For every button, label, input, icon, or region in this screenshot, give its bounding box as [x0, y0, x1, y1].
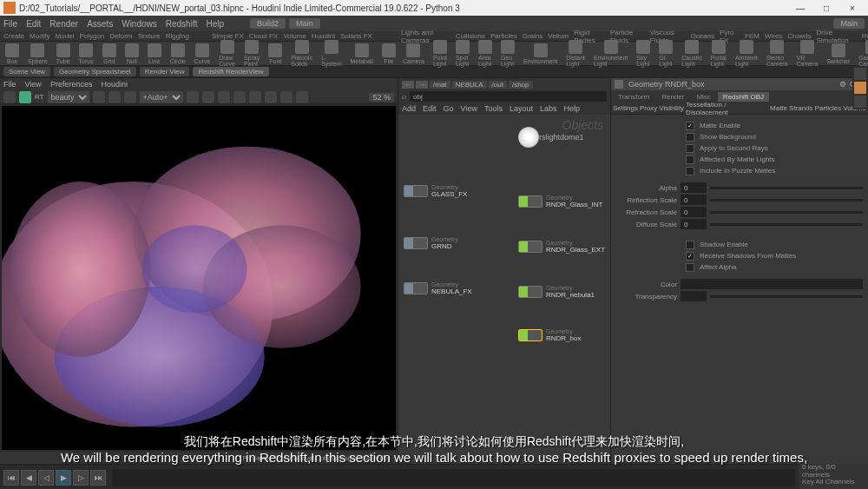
goto-end-button[interactable]: ⏭: [90, 470, 106, 486]
tool-font[interactable]: Font: [266, 43, 284, 64]
menu-windows[interactable]: Windows: [122, 19, 157, 29]
tool-l-system[interactable]: L-System: [319, 40, 343, 67]
tool-metaball[interactable]: Metaball: [348, 43, 374, 64]
param-value[interactable]: 0: [681, 207, 707, 217]
rv-icon[interactable]: [249, 91, 261, 103]
play-button[interactable]: ▶: [56, 470, 71, 486]
goto-start-button[interactable]: ⏮: [3, 470, 19, 486]
tool-box[interactable]: Box: [3, 43, 21, 64]
tool-camera[interactable]: Camera: [401, 43, 426, 64]
shelf-tab[interactable]: Wires: [765, 32, 782, 40]
tool-environment[interactable]: Environment: [522, 43, 559, 64]
param-tab[interactable]: Render: [656, 92, 689, 102]
tool-vr-camera[interactable]: VR Camera: [795, 40, 820, 67]
scene-tab-right[interactable]: Main: [833, 18, 865, 29]
rv-icon[interactable]: [187, 91, 199, 103]
gear-icon[interactable]: [615, 80, 623, 89]
render-viewport[interactable]: [2, 106, 396, 450]
tool-geo-light[interactable]: Geo Light: [499, 40, 516, 67]
checkbox[interactable]: [686, 263, 694, 272]
rv-menu-houdini[interactable]: Houdini: [101, 80, 128, 89]
param-value[interactable]: 0: [681, 182, 707, 193]
checkbox[interactable]: [686, 167, 694, 175]
tool-line[interactable]: Line: [146, 43, 163, 64]
scene-tab-main[interactable]: Main: [289, 18, 320, 29]
rv-icon[interactable]: [202, 91, 214, 103]
rv-icon[interactable]: [296, 91, 308, 103]
tab-geo-spread[interactable]: Geometry Spreadsheet: [54, 67, 136, 76]
color-field[interactable]: [681, 279, 863, 289]
tool-environment-light[interactable]: Environment Light: [592, 40, 629, 67]
param-value[interactable]: 0: [681, 219, 707, 229]
tab-render-view[interactable]: Render View: [140, 67, 190, 76]
tab-scene-view[interactable]: Scene View: [3, 67, 50, 76]
param-subtab[interactable]: Particles: [815, 104, 842, 112]
shelf-tab[interactable]: Houdini: [312, 32, 335, 40]
checkbox[interactable]: [686, 241, 694, 249]
shelf-tab[interactable]: Solaris FX: [340, 32, 372, 40]
tool-portal-light[interactable]: Portal Light: [709, 40, 728, 67]
checkbox[interactable]: [686, 144, 694, 153]
shelf-tab[interactable]: Volume: [283, 32, 306, 40]
tool-sphere[interactable]: Sphere: [26, 43, 49, 64]
render-refresh-icon[interactable]: [3, 91, 16, 103]
shelf-tab[interactable]: Drive Simulation: [816, 29, 856, 44]
zoom-level[interactable]: 52 %: [369, 93, 394, 102]
tool-point-light[interactable]: Point Light: [431, 40, 449, 67]
param-slider[interactable]: [710, 211, 863, 214]
shelf-tab[interactable]: Grains: [523, 32, 543, 40]
param-subtab[interactable]: Matte: [770, 104, 787, 112]
rv-menu-prefs[interactable]: Preferences: [50, 80, 93, 89]
maximize-button[interactable]: □: [814, 2, 838, 14]
net-menu-labs[interactable]: Labs: [540, 104, 557, 113]
tool-stereo-camera[interactable]: Stereo Camera: [765, 40, 790, 67]
trans-slider[interactable]: [710, 295, 863, 298]
menu-edit[interactable]: Edit: [26, 19, 41, 29]
param-slider[interactable]: [710, 223, 863, 226]
net-menu-help[interactable]: Help: [563, 104, 580, 113]
shelf-tab[interactable]: FEM: [745, 32, 760, 40]
checkbox[interactable]: [686, 122, 694, 130]
param-slider[interactable]: [710, 187, 863, 189]
node-nebula1[interactable]: GeometryRNDR_nebula1: [518, 285, 595, 299]
aov-select[interactable]: beauty: [48, 91, 89, 103]
tool-switcher[interactable]: Switcher: [825, 43, 852, 64]
scene-tab-build2[interactable]: Build2: [250, 18, 286, 29]
tool-gi-light[interactable]: GI Light: [657, 40, 674, 67]
shelf-tab[interactable]: Crowds: [787, 32, 811, 40]
shelf-tab[interactable]: Oceans: [691, 32, 715, 40]
side-icon[interactable]: [854, 96, 866, 108]
params-icon[interactable]: ⚙: [839, 80, 846, 89]
tool-torus[interactable]: Torus: [77, 43, 95, 64]
param-value[interactable]: 0: [681, 195, 707, 205]
node-nebula-fx[interactable]: GeometryNEBULA_FX: [404, 281, 472, 295]
node-glass-fx[interactable]: GeometryGLASS_FX: [404, 184, 467, 198]
tool-sky-light[interactable]: Sky Light: [635, 40, 652, 67]
shelf-tab[interactable]: Vellum: [548, 32, 569, 40]
menu-help[interactable]: Help: [206, 19, 224, 29]
shelf-tab[interactable]: Model: [56, 32, 75, 40]
rv-menu-view[interactable]: View: [25, 80, 42, 89]
param-subtab[interactable]: Visibility: [659, 104, 684, 112]
tool-spot-light[interactable]: Spot Light: [454, 40, 471, 67]
step-fwd-button[interactable]: ▷: [73, 470, 89, 486]
rv-icon[interactable]: [233, 91, 246, 103]
node-light[interactable]: rslightdome1: [518, 127, 584, 148]
side-icon[interactable]: [854, 68, 866, 80]
shelf-tab[interactable]: Collisions: [456, 32, 485, 40]
node-box[interactable]: GeometryRNDR_box: [518, 328, 581, 342]
render-play-icon[interactable]: [19, 91, 31, 103]
shelf-tab[interactable]: Rigging: [166, 32, 189, 40]
shelf-tab[interactable]: Texture: [138, 32, 161, 40]
param-tab[interactable]: Transform: [613, 92, 654, 102]
param-subtab[interactable]: Settings: [613, 104, 638, 112]
param-subtab[interactable]: Tessellation / Displacement: [686, 101, 768, 116]
tool-distant-light[interactable]: Distant Light: [564, 40, 587, 67]
menu-assets[interactable]: Assets: [87, 19, 113, 29]
checkbox[interactable]: [686, 252, 694, 261]
menu-render[interactable]: Render: [49, 19, 78, 29]
lock-icon[interactable]: [93, 91, 105, 103]
net-menu-go[interactable]: Go: [444, 104, 454, 113]
node-glass-ext[interactable]: GeometryRNDR_Glass_EXT: [518, 240, 605, 254]
network-search[interactable]: [410, 91, 607, 102]
